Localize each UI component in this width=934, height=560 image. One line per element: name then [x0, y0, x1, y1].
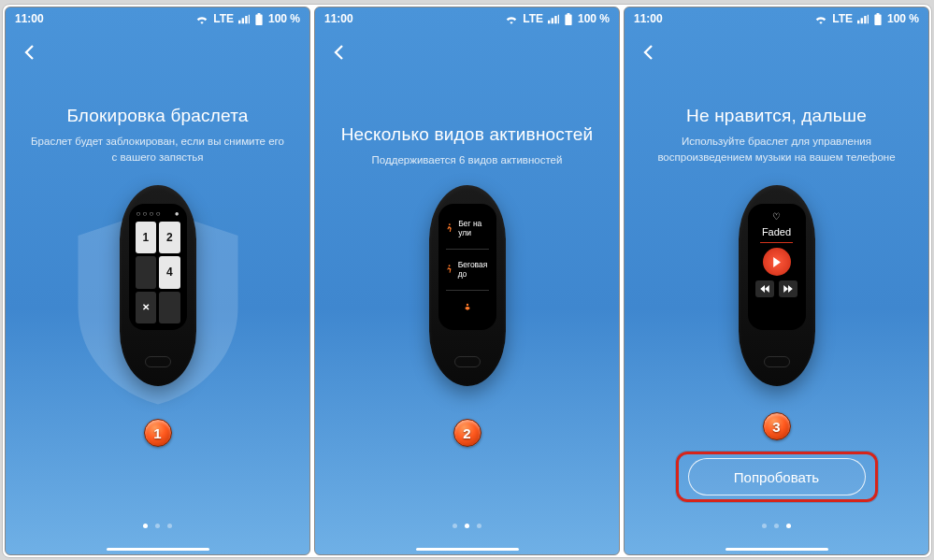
- wifi-icon: [505, 14, 518, 24]
- activity-row-more: [444, 302, 491, 315]
- back-button[interactable]: [638, 41, 660, 64]
- page-subtitle: Используйте браслет для управления воспр…: [647, 134, 906, 165]
- band-device: Бег на ули Беговая до: [429, 185, 506, 386]
- page-subtitle: Поддерживается 6 видов активностей: [338, 152, 596, 168]
- keypad-4: 4: [159, 256, 180, 288]
- dot-2: [155, 524, 160, 528]
- cta-highlight: Попробовать: [676, 452, 878, 502]
- status-net: LTE: [523, 12, 543, 25]
- dot-3: [477, 524, 481, 528]
- status-bar: 11:00 LTE 100 %: [315, 7, 619, 30]
- step-badge-2: 2: [453, 419, 481, 447]
- signal-icon: [548, 14, 559, 24]
- band-home-indicator: [454, 356, 481, 367]
- try-button[interactable]: Попробовать: [688, 458, 866, 495]
- nav-home-indicator: [726, 548, 828, 551]
- onboarding-screen-3: 11:00 LTE 100 % Не нравится, дальше Испо…: [624, 7, 929, 555]
- band-screen-music: ♡ Faded: [748, 204, 806, 330]
- status-time: 11:00: [324, 12, 353, 25]
- dot-2: [774, 524, 779, 528]
- band-home-indicator: [145, 356, 171, 367]
- nav-home-indicator: [107, 548, 209, 551]
- page-title: Несколько видов активностей: [338, 124, 596, 145]
- status-time: 11:00: [15, 12, 44, 25]
- play-icon: [763, 248, 791, 276]
- dot-3: [786, 524, 791, 528]
- page-subtitle: Браслет будет заблокирован, если вы сним…: [28, 134, 287, 165]
- signal-icon: [238, 14, 250, 24]
- band-device: ♡ Faded: [739, 185, 815, 386]
- nav-home-indicator: [416, 548, 519, 551]
- prev-track-icon: [755, 280, 774, 297]
- keypad-blank: [136, 256, 157, 288]
- wifi-icon: [195, 14, 208, 24]
- page-dots: [315, 524, 619, 528]
- status-net: LTE: [832, 12, 853, 25]
- status-net: LTE: [213, 12, 234, 25]
- band-screen-activities: Бег на ули Беговая до: [438, 204, 496, 330]
- status-time: 11:00: [634, 12, 663, 25]
- dot-2: [465, 524, 469, 528]
- activity-label: Бег на ули: [458, 219, 490, 237]
- dot-3: [167, 524, 172, 528]
- heart-icon: ♡: [772, 211, 781, 222]
- dot-1: [143, 524, 148, 528]
- keypad-blank-2: [159, 292, 180, 323]
- status-battery: 100 %: [887, 12, 919, 25]
- band-device: ○ ○ ○ ○● 1 2 4 ✕: [120, 185, 196, 386]
- dot-1: [453, 524, 457, 528]
- activity-row: Бег на ули: [444, 219, 491, 237]
- status-battery: 100 %: [268, 12, 300, 25]
- keypad-2: 2: [159, 222, 180, 253]
- back-button[interactable]: [19, 41, 41, 64]
- dot-1: [762, 524, 767, 528]
- page-dots: [6, 524, 309, 528]
- band-home-indicator: [764, 356, 790, 367]
- onboarding-screen-2: 11:00 LTE 100 % Несколько видов активнос…: [314, 7, 620, 555]
- page-title: Не нравится, дальше: [647, 106, 906, 126]
- keypad-1: 1: [136, 222, 157, 253]
- activity-row: Беговая до: [444, 260, 491, 279]
- battery-icon: [254, 13, 264, 25]
- band-screen-lock: ○ ○ ○ ○● 1 2 4 ✕: [129, 204, 187, 330]
- onboarding-screen-1: 11:00 LTE 100 % Блокировка браслета: [5, 7, 310, 555]
- step-badge-1: 1: [144, 419, 172, 447]
- status-bar: 11:00 LTE 100 %: [625, 7, 928, 30]
- signal-icon: [857, 14, 869, 24]
- keypad-del: ✕: [136, 292, 157, 323]
- battery-icon: [873, 13, 883, 25]
- page-title: Блокировка браслета: [28, 106, 287, 126]
- step-badge-3: 3: [763, 412, 791, 440]
- svg-point-1: [448, 266, 450, 267]
- music-track-label: Faded: [762, 226, 791, 237]
- triptych: 11:00 LTE 100 % Блокировка браслета: [2, 4, 932, 558]
- status-battery: 100 %: [578, 12, 610, 25]
- wifi-icon: [814, 14, 827, 24]
- status-bar: 11:00 LTE 100 %: [6, 7, 309, 30]
- back-button[interactable]: [328, 41, 351, 64]
- svg-point-2: [466, 304, 467, 306]
- svg-point-0: [448, 223, 450, 225]
- battery-icon: [564, 13, 573, 25]
- next-track-icon: [779, 280, 797, 297]
- page-dots: [625, 524, 928, 528]
- activity-label: Беговая до: [458, 260, 491, 279]
